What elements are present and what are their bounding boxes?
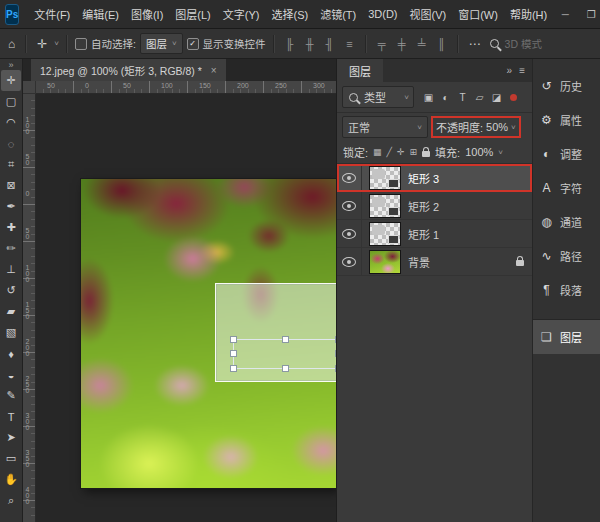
more-options-icon[interactable]: ⋯ bbox=[466, 37, 484, 51]
lock-pixels-icon[interactable]: ╱ bbox=[387, 147, 392, 157]
opacity-value[interactable]: 50% bbox=[486, 121, 508, 133]
align-bottom-icon[interactable]: ╧ bbox=[414, 38, 430, 50]
filter-pixel-icon[interactable]: ▣ bbox=[421, 92, 436, 103]
dodge-tool[interactable]: ◒ bbox=[1, 364, 21, 385]
visibility-toggle[interactable] bbox=[337, 220, 362, 247]
filter-type-icon[interactable]: T bbox=[455, 92, 470, 103]
close-icon[interactable]: × bbox=[211, 65, 217, 76]
filter-smartobject-icon[interactable]: ◪ bbox=[489, 92, 504, 103]
transform-handle[interactable] bbox=[230, 350, 237, 357]
transform-handle[interactable] bbox=[230, 336, 237, 343]
layer-thumbnail[interactable] bbox=[369, 222, 401, 246]
layer-thumbnail[interactable] bbox=[369, 166, 401, 190]
search-icon[interactable] bbox=[490, 39, 499, 48]
ruler-origin-corner[interactable] bbox=[23, 81, 36, 94]
align-left-icon[interactable]: ╟ bbox=[282, 38, 298, 50]
lock-transparency-icon[interactable]: ▦ bbox=[373, 147, 382, 157]
layer-row[interactable]: 矩形 2 bbox=[337, 192, 532, 220]
eyedropper-tool[interactable]: ✒ bbox=[1, 196, 21, 217]
menu-item[interactable]: 文字(Y) bbox=[217, 3, 266, 25]
transform-handle[interactable] bbox=[282, 336, 289, 343]
marquee-tool[interactable]: ▢ bbox=[1, 91, 21, 112]
panel-properties[interactable]: ⚙ 属性 bbox=[533, 103, 600, 137]
panel-adjustments[interactable]: ◐ 调整 bbox=[533, 137, 600, 171]
menu-item[interactable]: 视图(V) bbox=[404, 3, 453, 25]
transform-handle[interactable] bbox=[335, 350, 336, 357]
gradient-tool[interactable]: ▧ bbox=[1, 322, 21, 343]
move-tool[interactable]: ✛ bbox=[1, 70, 21, 91]
filter-shape-icon[interactable]: ▱ bbox=[472, 92, 487, 103]
transform-handle[interactable] bbox=[282, 365, 289, 372]
transform-handle[interactable] bbox=[335, 365, 336, 372]
shape-tool[interactable]: ▭ bbox=[1, 448, 21, 469]
layer-thumbnail[interactable] bbox=[369, 250, 401, 274]
lasso-tool[interactable]: ◠ bbox=[1, 112, 21, 133]
type-tool[interactable]: T bbox=[1, 406, 21, 427]
history-brush-tool[interactable]: ↺ bbox=[1, 280, 21, 301]
align-center-horizontal-icon[interactable]: ╫ bbox=[302, 38, 318, 50]
crop-tool[interactable]: ⌗ bbox=[1, 154, 21, 175]
menu-item[interactable]: 文件(F) bbox=[28, 3, 76, 25]
align-middle-icon[interactable]: ╪ bbox=[394, 38, 410, 50]
fill-value[interactable]: 100% bbox=[465, 146, 493, 158]
chevron-down-icon[interactable]: ˅ bbox=[511, 123, 516, 132]
transform-handle[interactable] bbox=[335, 336, 336, 343]
show-transform-checkbox[interactable]: ✓ bbox=[187, 38, 199, 50]
healing-brush-tool[interactable]: ✚ bbox=[1, 217, 21, 238]
transform-bounding-box[interactable] bbox=[233, 339, 336, 369]
panel-paragraph[interactable]: ¶ 段落 bbox=[533, 273, 600, 307]
horizontal-ruler[interactable]: 50050100150200250300 bbox=[35, 81, 336, 94]
menu-item[interactable]: 编辑(E) bbox=[76, 3, 125, 25]
brush-tool[interactable]: ✏ bbox=[1, 238, 21, 259]
lock-all-icon[interactable] bbox=[422, 151, 430, 157]
filter-adjustment-icon[interactable]: ◐ bbox=[438, 92, 453, 103]
panel-channels[interactable]: ◍ 通道 bbox=[533, 205, 600, 239]
menu-item[interactable]: 图像(I) bbox=[125, 3, 169, 25]
eraser-tool[interactable]: ▰ bbox=[1, 301, 21, 322]
lock-artboard-icon[interactable]: ⊞ bbox=[410, 147, 418, 157]
move-tool-icon[interactable]: ✛ bbox=[34, 37, 50, 51]
auto-select-dropdown[interactable]: 图层 ˅ bbox=[140, 33, 183, 54]
collapse-panel-icon[interactable]: » bbox=[507, 65, 513, 76]
quick-selection-tool[interactable]: ◌ bbox=[1, 133, 21, 154]
panel-paths[interactable]: ∿ 路径 bbox=[533, 239, 600, 273]
chevron-down-icon[interactable]: ˅ bbox=[54, 39, 59, 48]
filter-type-dropdown[interactable]: 类型 ˅ bbox=[342, 86, 414, 108]
blend-mode-dropdown[interactable]: 正常 ˅ bbox=[342, 116, 428, 138]
document-tab[interactable]: 12.jpeg @ 100% (矩形 3, RGB/8) * × bbox=[31, 59, 226, 81]
home-icon[interactable]: ⌂ bbox=[5, 37, 18, 51]
lock-position-icon[interactable]: ✛ bbox=[397, 147, 405, 157]
menu-item[interactable]: 滤镜(T) bbox=[314, 3, 362, 25]
panel-layers[interactable]: ❏ 图层 bbox=[533, 319, 600, 354]
filter-toggle-icon[interactable] bbox=[510, 94, 517, 101]
chevron-down-icon[interactable]: ˅ bbox=[498, 148, 503, 157]
minimize-button[interactable]: ─ bbox=[553, 9, 577, 20]
align-right-icon[interactable]: ╢ bbox=[322, 38, 338, 50]
layer-row[interactable]: 背景 bbox=[337, 248, 532, 276]
distribute-vertical-icon[interactable]: ║ bbox=[434, 38, 450, 50]
hand-tool[interactable]: ✋ bbox=[1, 469, 21, 490]
visibility-toggle[interactable] bbox=[337, 248, 362, 275]
layer-row[interactable]: 矩形 1 bbox=[337, 220, 532, 248]
layer-row[interactable]: 矩形 3 bbox=[337, 164, 532, 192]
collapse-panel-icon[interactable]: » bbox=[8, 60, 13, 70]
zoom-tool[interactable]: ⌕ bbox=[1, 490, 21, 511]
frame-tool[interactable]: ⊠ bbox=[1, 175, 21, 196]
menu-item[interactable]: 帮助(H) bbox=[504, 3, 553, 25]
clone-stamp-tool[interactable]: ⊥ bbox=[1, 259, 21, 280]
tab-layers[interactable]: 图层 bbox=[337, 59, 383, 82]
visibility-toggle[interactable] bbox=[337, 164, 362, 191]
panel-menu-icon[interactable]: ≡ bbox=[519, 65, 525, 76]
blur-tool[interactable]: ♦ bbox=[1, 343, 21, 364]
path-selection-tool[interactable]: ➤ bbox=[1, 427, 21, 448]
vertical-ruler[interactable]: 10050050100150200250300350400 bbox=[23, 93, 36, 522]
menu-item[interactable]: 3D(D) bbox=[362, 5, 403, 23]
menu-item[interactable]: 窗口(W) bbox=[452, 3, 504, 25]
document-image[interactable] bbox=[81, 179, 336, 488]
auto-select-checkbox[interactable] bbox=[75, 38, 87, 50]
panel-character[interactable]: A 字符 bbox=[533, 171, 600, 205]
opacity-control-highlighted[interactable]: 不透明度: 50% ˅ bbox=[431, 116, 521, 138]
menu-item[interactable]: 选择(S) bbox=[265, 3, 314, 25]
menu-item[interactable]: 图层(L) bbox=[169, 3, 216, 25]
distribute-horizontal-icon[interactable]: ≡ bbox=[342, 38, 358, 50]
